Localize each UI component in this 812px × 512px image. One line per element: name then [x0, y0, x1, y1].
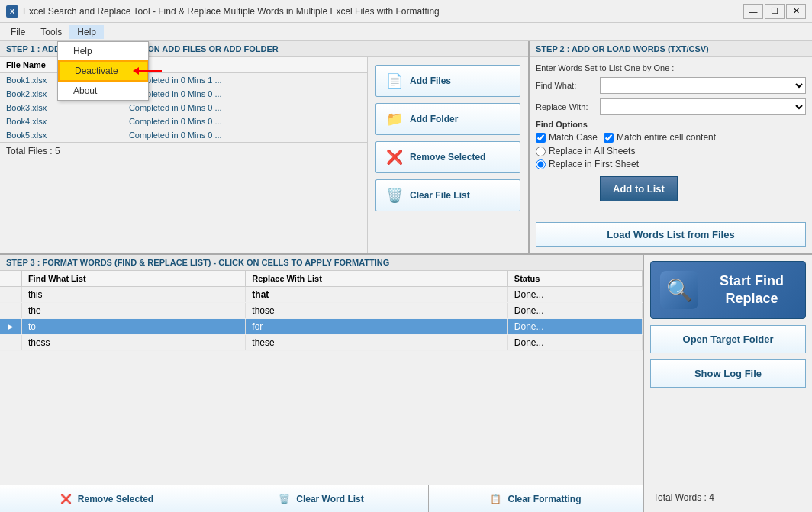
add-files-icon: 📄	[385, 72, 404, 90]
col-indicator	[0, 271, 21, 287]
find-what-cell[interactable]: thess	[21, 335, 245, 351]
remove-selected-icon: ❌	[60, 494, 72, 504]
file-status: Completed in 0 Mins 0 ...	[123, 101, 367, 114]
find-what-cell[interactable]: this	[21, 287, 245, 303]
bottom-section: STEP 3 : FORMAT WORDS (FIND & REPLACE LI…	[0, 255, 812, 512]
file-row[interactable]: Book5.xlsx Completed in 0 Mins 0 ...	[0, 128, 367, 142]
load-words-button[interactable]: Load Words List from Files	[536, 222, 806, 247]
replace-with-label: Replace With:	[536, 102, 597, 111]
file-status: Completed in 0 Mins 1 ...	[123, 73, 367, 88]
bottom-buttons: ❌ Remove Selected 🗑️ Clear Word List 📋 C…	[0, 485, 643, 512]
add-folder-button[interactable]: 📁 Add Folder	[375, 103, 520, 135]
word-row[interactable]: the those Done...	[0, 303, 643, 319]
row-indicator	[0, 303, 21, 319]
add-files-button[interactable]: 📄 Add Files	[375, 65, 520, 97]
step2-content: Enter Words Set to List One by One : Fin…	[530, 57, 812, 216]
dropdown-item-about[interactable]: About	[58, 82, 148, 100]
clear-word-icon: 🗑️	[279, 494, 290, 504]
word-row[interactable]: this that Done...	[0, 287, 643, 303]
menu-bar: File Tools Help Help Deactivate About	[0, 23, 812, 41]
status-cell: Done...	[508, 303, 642, 319]
help-dropdown: Help Deactivate About	[57, 41, 149, 101]
remove-selected-words-button[interactable]: ❌ Remove Selected	[0, 485, 214, 512]
total-files: Total Files : 5	[0, 142, 367, 159]
status-cell: Done...	[508, 319, 642, 335]
radio-row-2: Replace in First Sheet	[536, 159, 806, 169]
replace-with-cell[interactable]: that	[246, 287, 508, 303]
options-row-1: Match Case Match entire cell content	[536, 132, 806, 143]
open-target-folder-button[interactable]: Open Target Folder	[650, 325, 806, 353]
replace-first-sheet-radio[interactable]	[536, 159, 546, 169]
menu-file[interactable]: File	[3, 25, 33, 39]
replace-with-cell[interactable]: these	[246, 335, 508, 351]
arrow-indicator	[134, 67, 162, 75]
words-table: Find What List Replace With List Status …	[0, 271, 643, 351]
menu-tools[interactable]: Tools	[33, 25, 69, 39]
file-buttons: 📄 Add Files 📁 Add Folder ❌ Remove Select…	[368, 57, 528, 253]
file-name: Book5.xlsx	[0, 128, 123, 142]
col-replace-with: Replace With List	[246, 271, 508, 287]
status-cell: Done...	[508, 287, 642, 303]
file-table: File Name Book1.xlsx Completed in 0 Mins…	[0, 57, 367, 142]
start-icon: 🔍	[660, 271, 698, 309]
match-entire-cell-checkbox[interactable]	[604, 133, 614, 143]
col-status: Status	[508, 271, 642, 287]
start-find-replace-button[interactable]: 🔍 Start Find Replace	[650, 261, 806, 319]
radio-row-1: Replace in All Sheets	[536, 146, 806, 156]
replace-with-cell[interactable]: for	[246, 319, 508, 335]
step3-header: STEP 3 : FORMAT WORDS (FIND & REPLACE LI…	[0, 255, 643, 271]
arrow-head-icon	[133, 67, 139, 75]
replace-all-sheets-radio[interactable]	[536, 147, 546, 156]
minimize-button[interactable]: —	[743, 4, 763, 19]
file-status: Completed in 0 Mins 0 ...	[123, 128, 367, 142]
match-entire-cell-label: Match entire cell content	[604, 132, 716, 143]
find-what-cell[interactable]: the	[21, 303, 245, 319]
file-name: Book4.xlsx	[0, 114, 123, 128]
add-to-list-button[interactable]: Add to List	[600, 176, 678, 201]
title-bar: X Excel Search and Replace Tool - Find &…	[0, 0, 812, 23]
find-what-cell[interactable]: to	[21, 319, 245, 335]
find-what-input[interactable]	[600, 77, 806, 94]
words-table-area[interactable]: Find What List Replace With List Status …	[0, 271, 643, 485]
window-title: Excel Search and Replace Tool - Find & R…	[23, 6, 440, 17]
add-folder-icon: 📁	[385, 110, 404, 128]
file-row[interactable]: Book2.xlsx Completed in 0 Mins 0 ...	[0, 87, 367, 101]
start-text: Start Find Replace	[707, 272, 796, 308]
file-row[interactable]: Book4.xlsx Completed in 0 Mins 0 ...	[0, 114, 367, 128]
clear-word-list-button[interactable]: 🗑️ Clear Word List	[214, 485, 429, 512]
file-row[interactable]: Book1.xlsx Completed in 0 Mins 1 ...	[0, 73, 367, 88]
clear-formatting-button[interactable]: 📋 Clear Formatting	[429, 485, 643, 512]
word-row[interactable]: thess these Done...	[0, 335, 643, 351]
match-case-checkbox[interactable]	[536, 133, 546, 143]
find-options-label: Find Options	[536, 120, 806, 129]
maximize-button[interactable]: ☐	[765, 4, 785, 19]
dropdown-item-deactivate[interactable]: Deactivate	[58, 60, 148, 82]
replace-with-row: Replace With:	[536, 98, 806, 115]
file-row[interactable]: Book3.xlsx Completed in 0 Mins 0 ...	[0, 101, 367, 114]
dropdown-item-help[interactable]: Help	[58, 42, 148, 60]
menu-help[interactable]: Help	[69, 25, 104, 39]
replace-with-input[interactable]	[600, 98, 806, 115]
replace-all-sheets-label: Replace in All Sheets	[536, 146, 635, 156]
file-list-area[interactable]: File Name Book1.xlsx Completed in 0 Mins…	[0, 57, 368, 253]
word-row[interactable]: ► to for Done...	[0, 319, 643, 335]
total-words: Total Words : 4	[650, 489, 806, 506]
row-indicator	[0, 335, 21, 351]
step3-panel: STEP 3 : FORMAT WORDS (FIND & REPLACE LI…	[0, 255, 644, 512]
replace-first-sheet-label: Replace in First Sheet	[536, 159, 639, 169]
clear-file-list-button[interactable]: 🗑️ Clear File List	[375, 179, 520, 211]
find-what-label: Find What:	[536, 81, 597, 90]
close-button[interactable]: ✕	[786, 4, 806, 19]
row-indicator: ►	[0, 319, 21, 335]
remove-selected-files-button[interactable]: ❌ Remove Selected	[375, 141, 520, 173]
show-log-file-button[interactable]: Show Log File	[650, 359, 806, 388]
arrow-line	[139, 70, 162, 72]
clear-file-icon: 🗑️	[385, 186, 404, 204]
enter-words-label: Enter Words Set to List One by One :	[536, 63, 806, 72]
right-panel: 🔍 Start Find Replace Open Target Folder …	[644, 255, 812, 512]
col-find-what: Find What List	[21, 271, 245, 287]
clear-format-icon: 📋	[490, 494, 501, 504]
find-what-row: Find What:	[536, 77, 806, 94]
replace-with-cell[interactable]: those	[246, 303, 508, 319]
match-case-label: Match Case	[536, 132, 598, 143]
